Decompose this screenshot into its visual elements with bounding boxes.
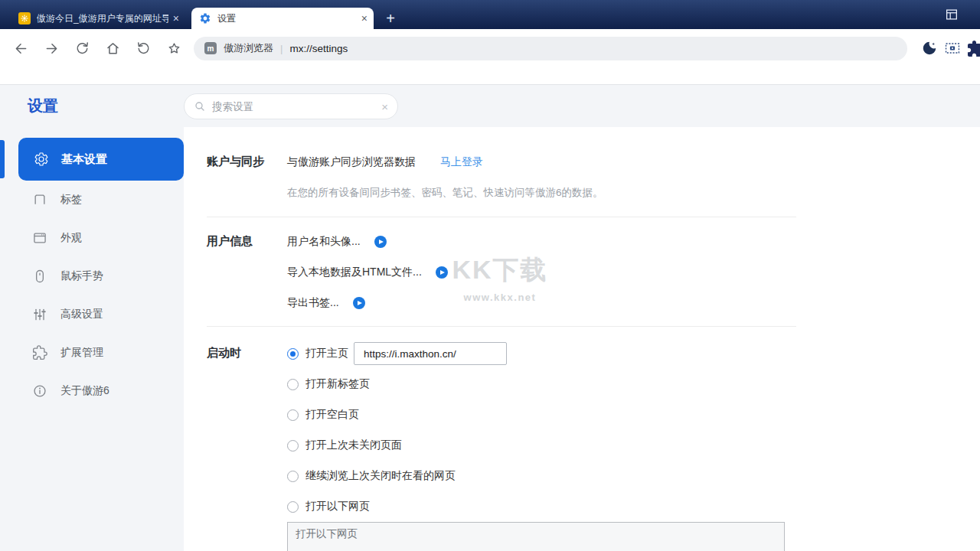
row-label: 导入本地数据及HTML文件...	[287, 266, 422, 279]
titlebar: 傲游今日_傲游用户专属的网址导航 × 设置 × +	[0, 0, 980, 29]
radio-label: 继续浏览上次关闭时在看的网页	[305, 469, 456, 483]
settings-gear-favicon-icon	[199, 12, 211, 24]
startup-option-open-urls[interactable]: 打开以下网页	[287, 491, 980, 522]
section-account-sync: 账户与同步 与傲游账户同步浏览器数据 马上登录 在您的所有设备间同步书签、密码、…	[207, 155, 980, 200]
radio-label: 打开新标签页	[305, 377, 370, 391]
mouse-icon	[32, 269, 47, 284]
sync-description: 与傲游账户同步浏览器数据	[287, 155, 416, 169]
appearance-window-icon	[32, 230, 47, 246]
sidebar-item-advanced-settings[interactable]: 高级设置	[0, 295, 184, 334]
section-title: 账户与同步	[207, 155, 287, 200]
section-title: 用户信息	[207, 234, 287, 326]
puzzle-icon	[32, 345, 47, 360]
import-data-row: 导入本地数据及HTML文件...	[287, 265, 980, 280]
search-icon	[194, 100, 206, 112]
tab-maxthon-today[interactable]: 傲游今日_傲游用户专属的网址导航 ×	[11, 8, 185, 29]
sliders-icon	[32, 307, 47, 322]
home-button[interactable]	[97, 37, 128, 60]
sidebar-item-label: 基本设置	[61, 152, 107, 167]
sidebar-item-label: 扩展管理	[60, 346, 103, 360]
sync-detail-text: 在您的所有设备间同步书签、密码、笔记、快速访问等傲游6的数据。	[287, 186, 980, 200]
user-avatar-row: 用户名和头像...	[287, 234, 980, 249]
sidebar-item-basic-settings[interactable]: 基本设置	[18, 138, 184, 181]
toolbar: m 傲游浏览器 | mx://settings	[0, 29, 980, 85]
radio-icon[interactable]	[287, 379, 299, 390]
radio-icon[interactable]	[287, 348, 299, 360]
screenshot-icon[interactable]	[944, 40, 961, 57]
gear-icon	[34, 152, 49, 167]
startup-urls-textarea[interactable]	[287, 522, 785, 551]
expand-play-icon[interactable]	[436, 266, 448, 279]
favorite-star-button[interactable]	[158, 37, 189, 60]
tab-settings[interactable]: 设置 ×	[191, 8, 374, 29]
expand-play-icon[interactable]	[353, 297, 365, 309]
settings-header: 设置 ×	[0, 85, 980, 127]
divider	[207, 326, 796, 327]
section-title: 启动时	[207, 338, 287, 551]
export-bookmarks-row: 导出书签...	[287, 295, 980, 311]
startup-option-last-unclosed[interactable]: 打开上次未关闭页面	[287, 430, 980, 461]
sidebar-item-extensions[interactable]: 扩展管理	[0, 334, 184, 372]
maxthon-site-icon: m	[204, 42, 217, 54]
radio-label: 打开主页	[305, 347, 348, 360]
radio-icon[interactable]	[287, 409, 299, 421]
address-url: mx://settings	[289, 43, 348, 54]
startup-option-new-tab[interactable]: 打开新标签页	[287, 369, 980, 399]
address-site-name: 傲游浏览器	[224, 41, 273, 55]
night-mode-icon[interactable]	[921, 40, 938, 57]
row-label: 用户名和头像...	[287, 235, 361, 249]
startup-option-blank-page[interactable]: 打开空白页	[287, 399, 980, 430]
tab-title: 设置	[217, 12, 357, 25]
maxthon-today-favicon-icon	[18, 12, 31, 24]
tab-title: 傲游今日_傲游用户专属的网址导航	[37, 12, 168, 25]
radio-label: 打开空白页	[305, 408, 359, 422]
window-layout-icon[interactable]	[944, 7, 959, 22]
tab-close-icon[interactable]: ×	[361, 13, 368, 24]
address-bar[interactable]: m 傲游浏览器 | mx://settings	[194, 37, 907, 60]
new-tab-button[interactable]: +	[380, 8, 401, 29]
sidebar-item-label: 标签	[60, 193, 82, 207]
section-startup: 启动时 打开主页 打开新标签页 打开空白页 打开上次未关闭页面 继续浏览上次	[207, 338, 980, 551]
settings-sidebar: 基本设置 标签 外观 鼠标手势 高级设置 扩展管理 关于傲游6	[0, 127, 184, 551]
radio-icon[interactable]	[287, 471, 299, 482]
sidebar-item-appearance[interactable]: 外观	[0, 219, 184, 257]
back-button[interactable]	[5, 37, 36, 60]
forward-button[interactable]	[36, 37, 67, 60]
sidebar-item-label: 关于傲游6	[60, 384, 109, 398]
undo-button[interactable]	[128, 37, 158, 60]
homepage-url-input[interactable]	[354, 342, 507, 365]
tab-close-icon[interactable]: ×	[173, 13, 179, 24]
radio-icon[interactable]	[287, 440, 299, 452]
section-user-info: 用户信息 用户名和头像... 导入本地数据及HTML文件... 导出书签...	[207, 234, 980, 326]
sidebar-item-label: 鼠标手势	[60, 269, 103, 283]
sidebar-item-label: 高级设置	[60, 308, 103, 321]
search-input[interactable]	[212, 101, 381, 112]
sidebar-item-tabs[interactable]: 标签	[0, 181, 184, 219]
divider	[207, 217, 796, 217]
address-separator: |	[280, 43, 283, 54]
settings-search[interactable]: ×	[184, 93, 398, 119]
sidebar-item-label: 外观	[60, 231, 82, 245]
expand-play-icon[interactable]	[374, 236, 387, 248]
radio-icon[interactable]	[287, 501, 299, 513]
radio-label: 打开上次未关闭页面	[305, 439, 402, 452]
row-label: 导出书签...	[287, 296, 339, 310]
selected-accent-bar	[0, 140, 5, 178]
radio-label: 打开以下网页	[305, 500, 370, 514]
page-title: 设置	[28, 96, 58, 116]
startup-option-continue-browsing[interactable]: 继续浏览上次关闭时在看的网页	[287, 461, 980, 491]
info-icon	[32, 383, 47, 399]
sidebar-item-mouse-gestures[interactable]: 鼠标手势	[0, 257, 184, 295]
extensions-puzzle-icon[interactable]	[966, 40, 980, 57]
reload-button[interactable]	[67, 37, 97, 60]
settings-content: 账户与同步 与傲游账户同步浏览器数据 马上登录 在您的所有设备间同步书签、密码、…	[184, 127, 980, 551]
tab-page-icon	[32, 192, 47, 207]
login-now-link[interactable]: 马上登录	[440, 155, 483, 169]
sidebar-item-about[interactable]: 关于傲游6	[0, 372, 184, 410]
startup-option-homepage[interactable]: 打开主页	[287, 338, 980, 369]
search-clear-icon[interactable]: ×	[381, 101, 388, 112]
